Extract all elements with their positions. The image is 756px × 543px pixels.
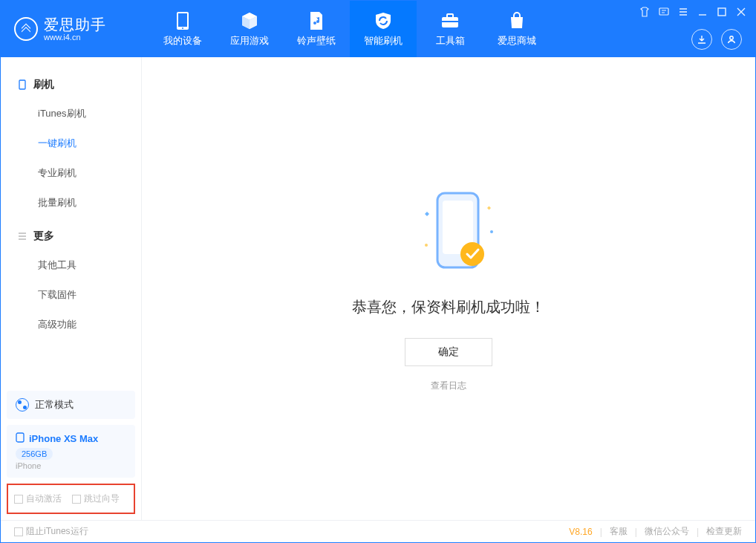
shirt-icon[interactable] bbox=[639, 7, 650, 17]
download-button[interactable] bbox=[691, 29, 712, 50]
close-icon[interactable] bbox=[736, 7, 746, 17]
window-controls bbox=[639, 7, 746, 17]
footer-link-check-update[interactable]: 检查更新 bbox=[706, 525, 742, 538]
svg-point-14 bbox=[425, 244, 428, 247]
device-info-box[interactable]: iPhone XS Max 256GB iPhone bbox=[7, 425, 135, 478]
checkbox-label: 跳过向导 bbox=[84, 492, 120, 505]
nav-my-device[interactable]: 我的设备 bbox=[149, 1, 216, 57]
app-logo-icon bbox=[14, 17, 38, 41]
nav-label: 智能刷机 bbox=[364, 34, 403, 48]
cube-icon bbox=[240, 11, 259, 30]
feedback-icon[interactable] bbox=[659, 7, 669, 17]
logo-area: 爱思助手 www.i4.cn bbox=[1, 16, 149, 42]
checkbox-label: 自动激活 bbox=[26, 492, 62, 505]
bag-icon bbox=[507, 11, 527, 30]
app-url: www.i4.cn bbox=[44, 33, 106, 42]
sidebar-group-label: 更多 bbox=[33, 230, 54, 243]
sidebar-item-advanced[interactable]: 高级功能 bbox=[1, 310, 141, 339]
svg-rect-1 bbox=[178, 13, 187, 27]
shield-refresh-icon bbox=[374, 11, 393, 30]
svg-rect-4 bbox=[447, 14, 453, 18]
nav-label: 铃声壁纸 bbox=[297, 34, 336, 48]
device-icon bbox=[173, 11, 192, 30]
sidebar: 刷机 iTunes刷机 一键刷机 专业刷机 批量刷机 更多 其他工具 下载固件 … bbox=[1, 57, 142, 520]
device-type-label: iPhone bbox=[16, 461, 126, 470]
nav-label: 爱思商城 bbox=[498, 34, 536, 48]
checkbox-icon bbox=[14, 527, 23, 536]
account-button[interactable] bbox=[721, 29, 742, 50]
success-illustration bbox=[404, 186, 493, 275]
sidebar-group-more: 更多 bbox=[1, 222, 141, 250]
sidebar-group-label: 刷机 bbox=[33, 78, 54, 91]
checkbox-block-itunes[interactable]: 阻止iTunes运行 bbox=[14, 525, 88, 538]
sidebar-group-flash: 刷机 bbox=[1, 71, 141, 99]
svg-point-13 bbox=[460, 242, 484, 266]
svg-rect-6 bbox=[659, 8, 668, 15]
checkbox-label: 阻止iTunes运行 bbox=[26, 525, 88, 538]
sidebar-item-oneclick-flash[interactable]: 一键刷机 bbox=[1, 129, 141, 158]
device-name-label: iPhone XS Max bbox=[29, 433, 98, 444]
success-message: 恭喜您，保资料刷机成功啦！ bbox=[352, 297, 545, 317]
sidebar-item-itunes-flash[interactable]: iTunes刷机 bbox=[1, 99, 141, 129]
nav-store[interactable]: 爱思商城 bbox=[483, 1, 550, 57]
footer-link-service[interactable]: 客服 bbox=[610, 525, 628, 538]
checkbox-auto-activate[interactable]: 自动激活 bbox=[14, 492, 62, 505]
version-label: V8.16 bbox=[569, 527, 592, 537]
menu-icon[interactable] bbox=[678, 7, 688, 17]
device-mode-box[interactable]: 正常模式 bbox=[7, 391, 135, 419]
minimize-icon[interactable] bbox=[697, 7, 708, 17]
svg-rect-9 bbox=[19, 80, 25, 89]
sidebar-item-other-tools[interactable]: 其他工具 bbox=[1, 250, 141, 280]
svg-rect-5 bbox=[442, 21, 458, 22]
checkbox-icon bbox=[14, 495, 23, 504]
app-title: 爱思助手 bbox=[44, 16, 106, 33]
phone-outline-icon bbox=[17, 79, 27, 90]
svg-rect-10 bbox=[16, 433, 24, 442]
top-nav: 我的设备 应用游戏 铃声壁纸 智能刷机 工具箱 爱思商城 bbox=[149, 1, 550, 57]
statusbar: 阻止iTunes运行 V8.16 | 客服 | 微信公众号 | 检查更新 bbox=[1, 520, 755, 542]
svg-point-15 bbox=[490, 230, 493, 233]
svg-point-2 bbox=[182, 27, 183, 29]
nav-label: 工具箱 bbox=[436, 34, 465, 48]
sidebar-item-download-firmware[interactable]: 下载固件 bbox=[1, 280, 141, 310]
titlebar: 爱思助手 www.i4.cn 我的设备 应用游戏 铃声壁纸 智能刷机 工具箱 爱… bbox=[1, 1, 755, 57]
phone-icon bbox=[16, 432, 25, 445]
sidebar-item-batch-flash[interactable]: 批量刷机 bbox=[1, 188, 141, 218]
header-action-circles bbox=[691, 29, 742, 50]
nav-toolbox[interactable]: 工具箱 bbox=[417, 1, 483, 57]
nav-label: 应用游戏 bbox=[230, 34, 269, 48]
svg-rect-7 bbox=[718, 8, 726, 16]
checkbox-skip-guide[interactable]: 跳过向导 bbox=[72, 492, 120, 505]
view-log-link[interactable]: 查看日志 bbox=[431, 380, 466, 392]
footer-link-wechat[interactable]: 微信公众号 bbox=[645, 525, 689, 538]
maximize-icon[interactable] bbox=[717, 7, 727, 17]
list-icon bbox=[17, 231, 27, 241]
music-file-icon bbox=[307, 11, 326, 30]
mode-icon bbox=[16, 398, 29, 412]
svg-point-8 bbox=[730, 36, 733, 39]
device-mode-label: 正常模式 bbox=[35, 398, 74, 412]
nav-ringtone-wallpaper[interactable]: 铃声壁纸 bbox=[283, 1, 350, 57]
sidebar-item-pro-flash[interactable]: 专业刷机 bbox=[1, 158, 141, 188]
nav-apps-games[interactable]: 应用游戏 bbox=[216, 1, 283, 57]
device-storage-badge: 256GB bbox=[16, 448, 53, 460]
main-content: 恭喜您，保资料刷机成功啦！ 确定 查看日志 bbox=[142, 57, 755, 520]
flash-options-highlighted: 自动激活 跳过向导 bbox=[7, 484, 135, 514]
ok-button[interactable]: 确定 bbox=[405, 338, 492, 366]
toolbox-icon bbox=[440, 11, 460, 30]
nav-label: 我的设备 bbox=[163, 34, 202, 48]
nav-smart-flash[interactable]: 智能刷机 bbox=[350, 1, 417, 57]
checkbox-icon bbox=[72, 495, 81, 504]
